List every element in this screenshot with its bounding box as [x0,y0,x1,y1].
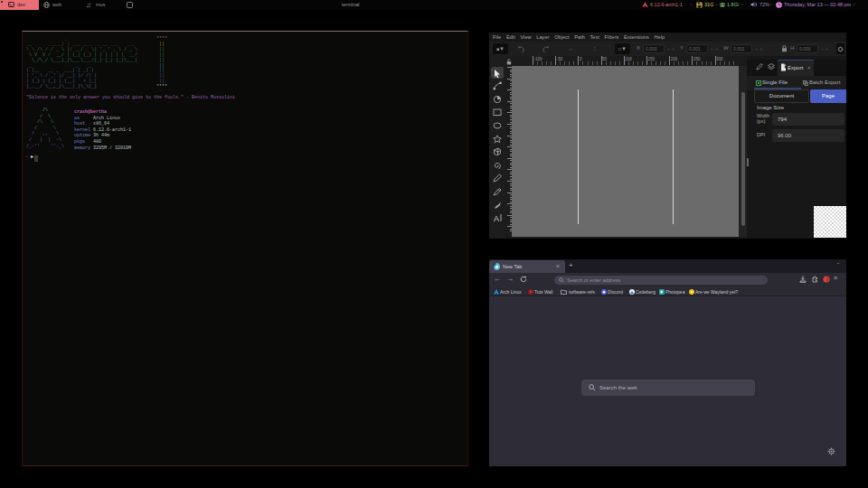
svg-text:A: A [494,214,499,223]
